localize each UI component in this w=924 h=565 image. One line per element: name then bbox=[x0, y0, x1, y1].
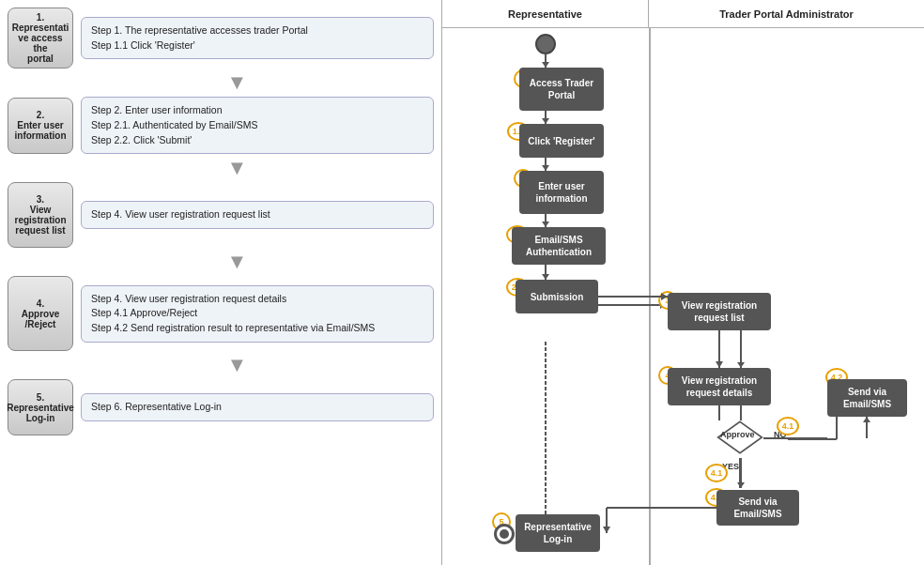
step-row-4: 4.Approve/Reject Step 4. View user regis… bbox=[8, 276, 434, 351]
step-box-1: 1.Representative access theportal bbox=[8, 8, 73, 69]
step-desc-3: Step 4. View user registration request l… bbox=[81, 201, 434, 229]
step-row-2: 2.Enter userinformation Step 2. Enter us… bbox=[8, 97, 434, 154]
col-representative: Representative bbox=[442, 0, 649, 27]
step-row-3: 3.Viewregistrationrequest list Step 4. V… bbox=[8, 182, 434, 248]
step-box-5: 5.RepresentativeLog-in bbox=[8, 379, 73, 435]
end-node bbox=[494, 524, 515, 544]
step-row-5: 5.RepresentativeLog-in Step 6. Represent… bbox=[8, 379, 434, 435]
step-desc-2: Step 2. Enter user information Step 2.1.… bbox=[81, 97, 434, 154]
flow-body: 1 Access Trader Portal 1.1 Click 'Regist… bbox=[442, 28, 924, 565]
node-send-email-top: Send via Email/SMS bbox=[827, 379, 907, 417]
badge-41-no: 4.1 bbox=[777, 417, 799, 435]
node-view-reg-details: View registration request details bbox=[668, 368, 771, 405]
step-box-3: 3.Viewregistrationrequest list bbox=[8, 182, 73, 248]
node-click-register: Click 'Register' bbox=[519, 124, 604, 158]
left-panel: 1.Representative access theportal Step 1… bbox=[0, 0, 441, 565]
step-desc-4: Step 4. View user registration request d… bbox=[81, 285, 434, 343]
arrow-2: ▼ bbox=[40, 160, 434, 176]
arrow-3: ▼ bbox=[40, 253, 434, 270]
flow-divider bbox=[649, 28, 651, 565]
node-submission: Submission bbox=[516, 280, 598, 313]
node-rep-login: Representative Log-in bbox=[516, 514, 600, 552]
right-panel: Representative Trader Portal Administrat… bbox=[441, 0, 924, 565]
badge-41-yes: 4.1 bbox=[705, 464, 728, 482]
step-desc-1: Step 1. The representative accesses trad… bbox=[81, 17, 434, 60]
end-node-inner bbox=[500, 529, 509, 539]
svg-marker-16 bbox=[737, 482, 745, 488]
arrow-1: ▼ bbox=[40, 74, 434, 91]
step-box-4: 4.Approve/Reject bbox=[8, 276, 73, 351]
svg-marker-31 bbox=[603, 527, 610, 533]
node-enter-info: Enter user information bbox=[519, 171, 604, 214]
flow-header: Representative Trader Portal Administrat… bbox=[442, 0, 924, 28]
svg-marker-23 bbox=[716, 361, 723, 368]
step-row-1: 1.Representative access theportal Step 1… bbox=[8, 8, 434, 69]
step-desc-5: Step 6. Representative Log-in bbox=[81, 393, 434, 421]
col-admin: Trader Portal Administrator bbox=[649, 0, 924, 27]
svg-marker-28 bbox=[863, 417, 870, 422]
node-email-sms: Email/SMS Authentication bbox=[512, 227, 606, 265]
approve-label: Approve bbox=[720, 430, 755, 439]
node-send-email-bottom: Send via Email/SMS bbox=[716, 490, 799, 526]
arrow-4: ▼ bbox=[40, 357, 434, 374]
node-access-portal: Access Trader Portal bbox=[519, 68, 604, 111]
step-box-2: 2.Enter userinformation bbox=[8, 98, 73, 154]
node-view-reg-list: View registration request list bbox=[668, 293, 771, 330]
start-node bbox=[535, 34, 556, 54]
